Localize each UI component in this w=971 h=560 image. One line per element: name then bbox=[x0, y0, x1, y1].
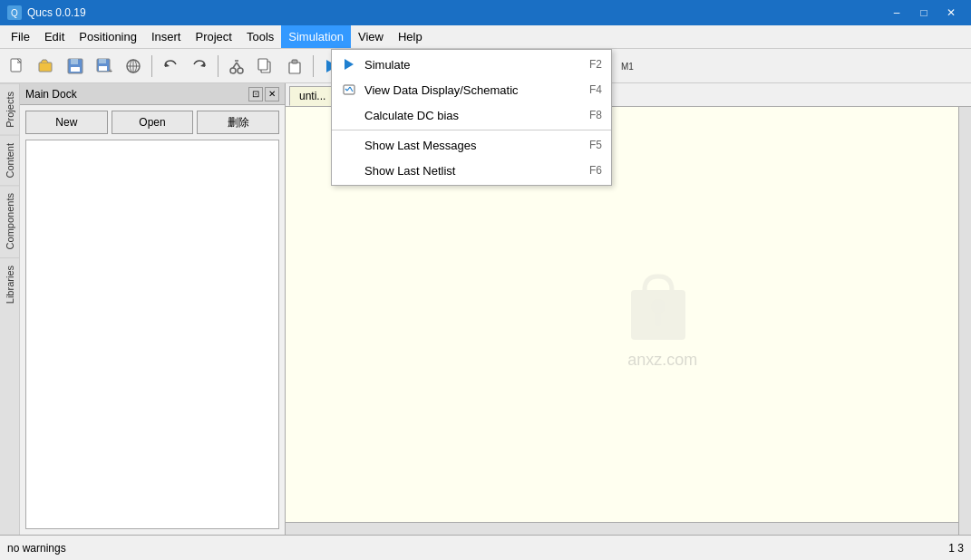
simulation-menu: Simulate F2 View Data Display/Schematic … bbox=[331, 49, 612, 186]
simulate-item-left: Simulate bbox=[341, 56, 411, 72]
svg-line-56 bbox=[350, 87, 353, 92]
dcbias-label: Calculate DC bias bbox=[364, 109, 459, 122]
viewdata-key: F4 bbox=[575, 83, 602, 96]
dcbias-item-left: Calculate DC bias bbox=[341, 107, 459, 123]
svg-marker-52 bbox=[345, 59, 354, 70]
lastnetlist-key: F6 bbox=[575, 164, 602, 177]
simulate-icon bbox=[341, 56, 357, 72]
menu-viewdata[interactable]: View Data Display/Schematic F4 bbox=[332, 77, 611, 102]
svg-rect-53 bbox=[344, 85, 354, 94]
viewdata-icon bbox=[341, 82, 357, 98]
dcbias-icon bbox=[341, 107, 357, 123]
lastmessages-icon bbox=[341, 137, 357, 153]
menu-dcbias[interactable]: Calculate DC bias F8 bbox=[332, 102, 611, 128]
lastnetlist-item-left: Show Last Netlist bbox=[341, 162, 455, 179]
lastnetlist-label: Show Last Netlist bbox=[364, 164, 455, 178]
lastmessages-item-left: Show Last Messages bbox=[341, 137, 477, 153]
svg-line-55 bbox=[347, 87, 350, 91]
menu-sep-1 bbox=[332, 130, 611, 130]
menu-lastmessages[interactable]: Show Last Messages F5 bbox=[332, 132, 611, 158]
menu-lastnetlist[interactable]: Show Last Netlist F6 bbox=[332, 158, 611, 183]
lastmessages-label: Show Last Messages bbox=[364, 139, 477, 152]
lastmessages-key: F5 bbox=[575, 139, 602, 151]
lastnetlist-icon bbox=[341, 162, 357, 179]
menu-simulate[interactable]: Simulate F2 bbox=[332, 52, 611, 77]
viewdata-item-left: View Data Display/Schematic bbox=[341, 82, 519, 98]
dcbias-key: F8 bbox=[575, 109, 602, 121]
simulate-key: F2 bbox=[575, 58, 602, 71]
viewdata-label: View Data Display/Schematic bbox=[364, 83, 519, 97]
simulate-label: Simulate bbox=[364, 58, 411, 72]
